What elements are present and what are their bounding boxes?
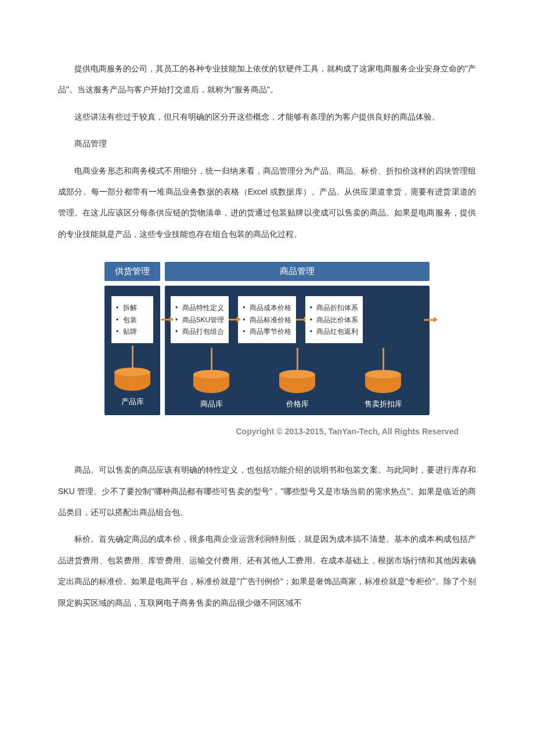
- list-item: 商品成本价格: [243, 302, 291, 314]
- db-icon-goods: [193, 370, 229, 393]
- arrow-right-icon: [296, 319, 305, 321]
- paragraph-3: 电商业务形态和商务模式不用细分，统一归纳来看，商品管理分为产品、商品、标价、折扣…: [58, 160, 476, 245]
- paragraph-5: 标价。首先确定商品的成本价，很多电商企业运营利润特别低，就是因为成本搞不清楚。基…: [58, 528, 476, 613]
- list-item: 包装: [116, 314, 149, 326]
- list-item: 商品特性定义: [175, 302, 224, 314]
- vertical-line: [211, 348, 212, 370]
- right-boxes-row: 商品特性定义 商品SKU管理 商品打包组合 商品成本价格 商品标准价格 商品季节…: [168, 296, 426, 343]
- label-row-left: 产品库: [108, 397, 157, 407]
- db-icon-product: [114, 368, 150, 391]
- diagram-main-row: 拆解 包装 贴牌 产品库: [104, 286, 430, 415]
- db-label-product: 产品库: [121, 397, 144, 407]
- arrow-connector: [161, 319, 171, 321]
- arrow-right-icon: [161, 319, 171, 321]
- copyright-notice: Copyright © 2013-2015, TanYan-Tech, All …: [58, 427, 476, 436]
- list-item: 商品季节价格: [243, 326, 291, 337]
- vertical-line: [383, 348, 384, 370]
- box-product-price: 商品成本价格 商品标准价格 商品季节价格: [238, 296, 296, 343]
- list-item: 商品SKU管理: [175, 314, 224, 326]
- arrow-connector: [296, 319, 305, 321]
- arrow-connector: [229, 319, 238, 321]
- list-item: 拆解: [116, 302, 149, 314]
- lower-col-3: 售卖折扣库: [340, 345, 426, 409]
- db-icon-price: [279, 370, 315, 393]
- diagram-header-row: 供货管理 商品管理: [104, 262, 430, 281]
- box-supply-ops: 拆解 包装 贴牌: [111, 296, 153, 343]
- db-label-discount: 售卖折扣库: [365, 399, 402, 409]
- list-item: 商品红包返利: [310, 326, 359, 337]
- section-heading: 商品管理: [58, 133, 476, 154]
- supply-ops-list: 拆解 包装 贴牌: [116, 302, 149, 337]
- vertical-line: [132, 345, 134, 368]
- lower-col-1: 商品库: [168, 345, 254, 409]
- db-icon-discount: [365, 370, 401, 393]
- panel-supply: 拆解 包装 贴牌 产品库: [104, 286, 160, 415]
- paragraph-4: 商品。可以售卖的商品应该有明确的特性定义，也包括功能介绍的说明书和包装文案。与此…: [58, 459, 476, 523]
- product-attr-list: 商品特性定义 商品SKU管理 商品打包组合: [175, 302, 224, 337]
- list-item: 商品打包组合: [175, 326, 224, 337]
- arrow-out-icon: [424, 319, 434, 321]
- connector-down: [108, 345, 157, 368]
- box-product-attr: 商品特性定义 商品SKU管理 商品打包组合: [171, 296, 229, 343]
- lower-col-2: 价格库: [254, 345, 340, 409]
- header-supply-mgmt: 供货管理: [104, 262, 160, 281]
- header-product-mgmt: 商品管理: [165, 262, 430, 281]
- db-row-left: [108, 368, 157, 391]
- list-item: 商品折扣体系: [310, 302, 359, 314]
- arrow-right-icon: [229, 319, 238, 321]
- vertical-line: [297, 348, 298, 370]
- paragraph-2: 这些讲法有些过于较真，但只有明确的区分开这些概念，才能够有条理的为客户提供良好的…: [58, 106, 476, 127]
- list-item: 商品比价体系: [310, 314, 359, 326]
- product-discount-list: 商品折扣体系 商品比价体系 商品红包返利: [310, 302, 359, 337]
- paragraph-1: 提供电商服务的公司，其员工的各种专业技能加上依仗的软硬件工具，就构成了这家电商服…: [58, 58, 476, 100]
- list-item: 商品标准价格: [243, 314, 291, 326]
- product-price-list: 商品成本价格 商品标准价格 商品季节价格: [243, 302, 291, 337]
- right-lower-row: 商品库 价格库 售卖折扣库: [168, 345, 426, 409]
- diagram: 供货管理 商品管理 拆解 包装 贴牌: [104, 262, 430, 415]
- list-item: 贴牌: [116, 326, 149, 337]
- db-label-goods: 商品库: [200, 399, 223, 409]
- diagram-container: 供货管理 商品管理 拆解 包装 贴牌: [58, 262, 476, 415]
- panel-product: 商品特性定义 商品SKU管理 商品打包组合 商品成本价格 商品标准价格 商品季节…: [165, 286, 430, 415]
- db-label-price: 价格库: [286, 399, 309, 409]
- box-product-discount: 商品折扣体系 商品比价体系 商品红包返利: [305, 296, 363, 343]
